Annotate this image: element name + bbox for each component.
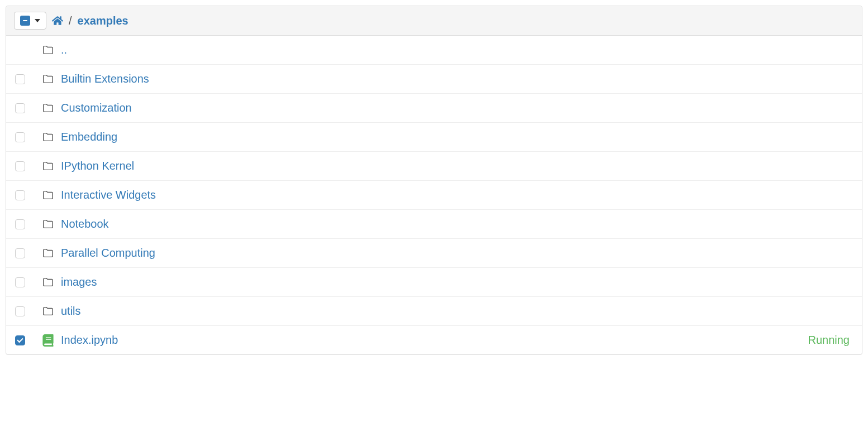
folder-icon: [42, 44, 54, 56]
row-checkbox[interactable]: [15, 335, 25, 345]
file-row: Notebook: [6, 210, 862, 239]
file-row: utils: [6, 297, 862, 326]
file-browser: / examples ..Builtin ExtensionsCustomiza…: [6, 6, 862, 355]
breadcrumb-bar: / examples: [6, 6, 862, 36]
item-name[interactable]: Embedding: [61, 131, 853, 143]
select-indeterminate-icon: [20, 16, 30, 26]
file-list: ..Builtin ExtensionsCustomizationEmbeddi…: [6, 36, 862, 354]
file-row: Customization: [6, 94, 862, 123]
item-name[interactable]: Customization: [61, 102, 853, 114]
svg-rect-0: [23, 20, 27, 21]
item-name[interactable]: IPython Kernel: [61, 160, 853, 172]
file-row: Parallel Computing: [6, 239, 862, 268]
folder-icon: [42, 247, 54, 260]
folder-icon: [42, 73, 54, 85]
file-row: Interactive Widgets: [6, 181, 862, 210]
folder-icon: [42, 131, 54, 143]
row-checkbox[interactable]: [15, 219, 25, 229]
file-row: ..: [6, 36, 862, 65]
folder-icon: [42, 160, 54, 172]
caret-down-icon: [35, 19, 40, 22]
item-name[interactable]: Index.ipynb: [61, 334, 801, 347]
row-checkbox[interactable]: [15, 190, 25, 200]
item-name[interactable]: images: [61, 276, 853, 289]
item-name[interactable]: Notebook: [61, 218, 853, 230]
row-checkbox[interactable]: [15, 103, 25, 113]
folder-icon: [42, 305, 54, 318]
item-name[interactable]: ..: [61, 44, 853, 56]
notebook-icon: [42, 334, 54, 347]
breadcrumb-current[interactable]: examples: [78, 15, 128, 27]
row-checkbox[interactable]: [15, 306, 25, 316]
select-all-dropdown[interactable]: [14, 12, 46, 30]
item-name[interactable]: Parallel Computing: [61, 247, 853, 260]
row-checkbox[interactable]: [15, 277, 25, 287]
item-name[interactable]: utils: [61, 305, 853, 318]
row-checkbox[interactable]: [15, 248, 25, 258]
checkbox-spacer: [15, 45, 25, 55]
folder-icon: [42, 189, 54, 201]
file-row: IPython Kernel: [6, 152, 862, 181]
item-status: Running: [808, 334, 850, 347]
home-icon[interactable]: [52, 15, 63, 26]
row-checkbox[interactable]: [15, 132, 25, 142]
file-row: images: [6, 268, 862, 297]
folder-icon: [42, 102, 54, 114]
item-name[interactable]: Interactive Widgets: [61, 189, 853, 201]
file-row: Builtin Extensions: [6, 65, 862, 94]
folder-icon: [42, 276, 54, 289]
file-row: Embedding: [6, 123, 862, 152]
file-row: Index.ipynbRunning: [6, 326, 862, 354]
row-checkbox[interactable]: [15, 161, 25, 171]
breadcrumb-separator: /: [69, 15, 72, 27]
folder-icon: [42, 218, 54, 230]
row-checkbox[interactable]: [15, 74, 25, 84]
item-name[interactable]: Builtin Extensions: [61, 73, 853, 85]
